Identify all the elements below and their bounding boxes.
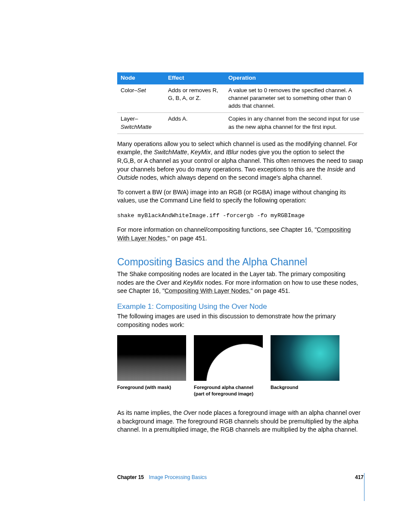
figure-background: Background <box>271 335 339 397</box>
image-foreground-alpha <box>194 335 263 381</box>
paragraph: The following images are used in this di… <box>117 312 364 329</box>
channel-table: Node Effect Operation Color–Set Adds or … <box>117 72 364 134</box>
cell-operation: A value set to 0 removes the specified c… <box>225 84 364 113</box>
table-row: Layer–SwitchMatte Adds A. Copies in any … <box>117 113 364 134</box>
paragraph: For more information on channel/composit… <box>117 226 364 243</box>
th-node: Node <box>117 72 165 84</box>
cell-effect: Adds A. <box>165 113 225 134</box>
footer-chapter: Chapter 15 Image Processing Basics <box>117 474 207 481</box>
paragraph: To convert a BW (or BWA) image into an R… <box>117 188 364 205</box>
command-line-example: shake myBlackAndWhiteImage.iff -forcergb… <box>117 211 364 220</box>
paragraph: As its name implies, the Over node place… <box>117 409 364 434</box>
cell-operation: Copies in any channel from the second in… <box>225 113 364 134</box>
image-foreground <box>117 335 186 381</box>
footer-chapter-title: Image Processing Basics <box>149 474 207 480</box>
page-footer: Chapter 15 Image Processing Basics 417 <box>117 474 364 481</box>
cell-effect: Adds or removes R, G, B, A, or Z. <box>165 84 225 113</box>
margin-rule <box>364 473 364 501</box>
footer-chapter-number: Chapter 15 <box>117 474 144 480</box>
image-background <box>271 335 339 381</box>
xref-compositing-layer-nodes[interactable]: Compositing With Layer Nodes <box>165 287 249 294</box>
shell-command: shake myBlackAndWhiteImage.iff -forcergb… <box>117 212 305 219</box>
th-effect: Effect <box>165 72 225 84</box>
table-header-row: Node Effect Operation <box>117 72 364 84</box>
figure-caption: Background <box>271 384 339 390</box>
paragraph: The Shake compositing nodes are located … <box>117 270 364 296</box>
figure-foreground: Foreground (with mask) <box>117 335 186 397</box>
section-heading: Compositing Basics and the Alpha Channel <box>117 255 364 269</box>
cell-node: Layer–SwitchMatte <box>117 113 165 134</box>
paragraph: Many operations allow you to select whic… <box>117 140 364 182</box>
page: Node Effect Operation Color–Set Adds or … <box>0 0 411 532</box>
cell-node: Color–Set <box>117 84 165 113</box>
th-operation: Operation <box>225 72 364 84</box>
table-row: Color–Set Adds or removes R, G, B, A, or… <box>117 84 364 113</box>
figure-alpha: Foreground alpha channel (part of foregr… <box>194 335 263 397</box>
example-images-row: Foreground (with mask) Foreground alpha … <box>117 335 364 397</box>
figure-caption: Foreground (with mask) <box>117 384 186 390</box>
subsection-heading: Example 1: Compositing Using the Over No… <box>117 302 364 311</box>
page-number: 417 <box>355 474 364 481</box>
figure-caption: Foreground alpha channel (part of foregr… <box>194 384 263 397</box>
